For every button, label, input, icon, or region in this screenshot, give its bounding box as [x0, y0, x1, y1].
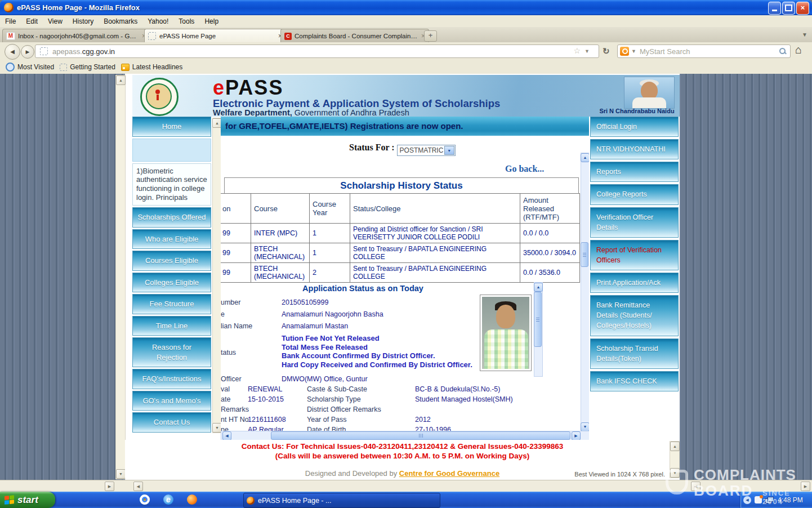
sidebar-item-scholarship-transid-details[interactable]: Scholarship Transid Details(Token) — [590, 338, 679, 369]
restore-button[interactable] — [782, 2, 795, 15]
detail-label: nt HT No — [221, 416, 249, 424]
sidebar-item-college-reports[interactable]: College Reports — [590, 184, 679, 204]
officer-label: Officer — [221, 375, 242, 383]
footer-contact-line2: (Calls will be answered between 10:30 A.… — [125, 451, 680, 461]
status-for-select[interactable]: POSTMATRIC — [397, 145, 456, 156]
tab-gmail[interactable]: M Inbox - nagoorjohn405@gmail.com - Gmai… — [2, 29, 150, 43]
page-viewport: ePASS Electronic Payment & Application S… — [0, 74, 812, 492]
bookmark-getting-started[interactable]: Getting Started — [60, 63, 115, 71]
go-back-link[interactable]: Go back... — [505, 164, 544, 174]
chevron-down-icon[interactable] — [444, 146, 454, 155]
tab-bar: M Inbox - nagoorjohn405@gmail.com - Gmai… — [0, 27, 812, 42]
menu-history[interactable]: History — [68, 16, 99, 26]
scrollbar-thumb[interactable] — [534, 292, 542, 347]
scroll-up-icon[interactable] — [534, 283, 543, 292]
cgg-link[interactable]: Centre for Good Governance — [399, 469, 499, 478]
main-vertical-scrollbar[interactable] — [581, 153, 589, 432]
scroll-right-icon[interactable] — [801, 482, 810, 491]
url-dropdown-icon[interactable] — [585, 48, 590, 54]
scroll-down-icon[interactable] — [581, 422, 589, 431]
back-button[interactable] — [5, 44, 20, 60]
scrollbar-thumb[interactable] — [581, 242, 588, 267]
start-button[interactable]: start — [0, 492, 55, 508]
menu-yahoo[interactable]: Yahoo! — [142, 16, 173, 26]
chrome-icon[interactable] — [140, 494, 150, 505]
window-titlebar[interactable]: ePASS Home Page - Mozilla Firefox × — [0, 0, 812, 15]
sidebar-item-ntr-vidhyonnathi[interactable]: NTR VIDHYONNATHI — [590, 139, 679, 159]
site-identity-icon[interactable] — [40, 47, 48, 55]
tab-complaints-board[interactable]: C Complaints Board - Consumer Complaints… — [280, 29, 429, 43]
status-for-label: Status For : — [349, 142, 395, 152]
bookmark-latest-headlines[interactable]: Latest Headlines — [121, 63, 182, 71]
sidebar-item-scholarships-offered[interactable]: Scholarships Offered — [132, 207, 211, 228]
sidebar-item-colleges-eligible[interactable]: Colleges Eligible — [132, 273, 211, 293]
footer-scrollbar[interactable] — [670, 441, 680, 478]
menu-file[interactable]: File — [0, 16, 21, 26]
forward-button[interactable] — [21, 45, 34, 59]
scroll-left-icon[interactable] — [222, 431, 231, 440]
sidebar-item-fee-structure[interactable]: Fee Structure — [132, 294, 211, 314]
sidebar-item-official-login[interactable]: Official Login — [590, 117, 679, 137]
sidebar-notice: 1)Biometric authentication service funct… — [132, 163, 211, 206]
sidebar-item-time-line[interactable]: Time Line — [132, 316, 211, 336]
sidebar-item-report-of-verification-officers[interactable]: Report of Verification Officers — [590, 240, 679, 270]
search-engine-icon[interactable] — [620, 47, 629, 56]
tray-chevron-icon[interactable] — [743, 496, 751, 504]
sidebar-item-courses-eligible[interactable]: Courses Eligible — [132, 251, 211, 271]
list-all-tabs-icon[interactable] — [802, 32, 807, 38]
detail-label: District Officer Remarks — [307, 405, 381, 413]
menu-edit[interactable]: Edit — [21, 16, 43, 26]
internet-explorer-icon[interactable]: e — [163, 494, 173, 505]
tray-update-icon[interactable] — [755, 496, 762, 503]
scroll-down-icon[interactable] — [116, 469, 126, 479]
minister-photo — [624, 77, 675, 109]
bookmark-star-icon[interactable]: ☆ — [573, 46, 581, 55]
search-engine-dropdown-icon[interactable] — [631, 48, 636, 54]
scroll-up-icon[interactable] — [581, 153, 589, 162]
menu-bookmarks[interactable]: Bookmarks — [99, 16, 142, 26]
table-row: 99 BTECH (MECHANICAL) 2 Sent to Treasury… — [221, 263, 580, 283]
menu-view[interactable]: View — [43, 16, 68, 26]
sidebar-item-contact-us[interactable]: Contact Us — [132, 412, 211, 433]
sidebar-item-faqs-instructions[interactable]: FAQ's/Instructions — [132, 369, 211, 389]
detail-label: Year of Pass — [307, 416, 346, 424]
close-button[interactable]: × — [796, 2, 809, 15]
sidebar-item-home[interactable]: Home — [132, 117, 211, 137]
photo-panel-scrollbar[interactable] — [534, 282, 543, 377]
sidebar-item-bank-remittance-details[interactable]: Bank Remittance Details (Students/ Colle… — [590, 295, 679, 336]
url-bar[interactable]: apepass.cgg.gov.in ☆ — [35, 44, 599, 58]
search-bar[interactable] — [617, 44, 791, 58]
firefox-quicklaunch-icon[interactable] — [187, 494, 197, 505]
sidebar-item-verification-officer-details[interactable]: Verification Officer Details — [590, 207, 679, 238]
tray-network-icon[interactable] — [765, 497, 773, 503]
scroll-left-icon[interactable] — [133, 482, 143, 491]
tab-epass[interactable]: ePASS Home Page × — [144, 29, 286, 43]
new-tab-button[interactable]: + — [424, 30, 437, 42]
menu-tools[interactable]: Tools — [173, 16, 199, 26]
bookmark-most-visited[interactable]: Most Visited — [6, 63, 54, 72]
sidebar-item-reports[interactable]: Reports — [590, 162, 679, 182]
scrollbar-thumb[interactable] — [271, 431, 570, 440]
status-lines: Tution Fee Not Yet Released Total Mess F… — [282, 334, 472, 369]
magnifier-icon[interactable] — [779, 47, 787, 55]
sidebar-item-gos-and-memos[interactable]: GO's and Memo's — [132, 391, 211, 411]
taskbar-task-epass[interactable]: ePASS Home Page - ... — [243, 493, 440, 508]
scroll-right-icon[interactable] — [105, 482, 114, 491]
menu-help[interactable]: Help — [199, 16, 224, 26]
scroll-down-icon[interactable] — [670, 468, 680, 478]
left-frame-scrollbar[interactable] — [115, 75, 126, 479]
most-visited-icon — [6, 63, 15, 72]
sidebar-item-bank-ifsc-check[interactable]: Bank IFSC CHECK — [590, 371, 679, 391]
reload-icon[interactable]: ↻ — [603, 46, 610, 56]
scroll-up-icon[interactable] — [670, 442, 680, 451]
sidebar-item-who-are-eligible[interactable]: Who are Eligible — [132, 229, 211, 249]
home-icon[interactable]: ⌂ — [795, 43, 802, 56]
scroll-left-icon[interactable] — [691, 482, 701, 491]
scroll-up-icon[interactable] — [116, 75, 126, 85]
search-input[interactable] — [639, 47, 779, 56]
sidebar-item-reasons-for-rejection[interactable]: Reasons for Rejection — [132, 337, 211, 367]
sidebar-item-print-application-ack[interactable]: Print Application/Ack — [590, 273, 679, 293]
minimize-button[interactable] — [768, 2, 781, 15]
scroll-right-icon[interactable] — [572, 431, 581, 440]
main-horizontal-scrollbar[interactable] — [221, 431, 589, 440]
